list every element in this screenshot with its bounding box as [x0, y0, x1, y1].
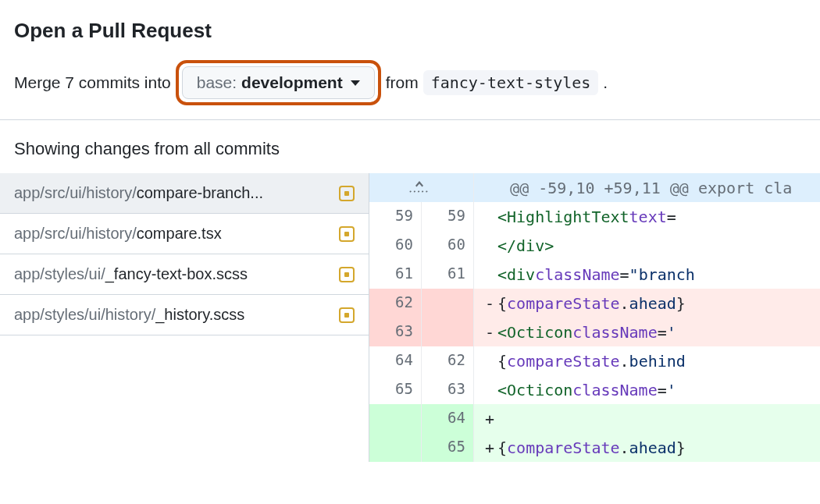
modified-icon [339, 267, 355, 282]
file-row[interactable]: app/styles/ui/history/_history.scss [0, 295, 369, 335]
diff-line: 64+ [369, 404, 820, 433]
file-path: app/src/ui/history/compare-branch... [14, 184, 331, 202]
chevron-down-icon [351, 80, 360, 86]
expand-hunk-button[interactable]: ••••• [369, 173, 474, 202]
diff-line: 6161 <div className="branch [369, 260, 820, 289]
diff-line: 6060 </div> [369, 231, 820, 260]
old-line-number: 61 [369, 260, 422, 289]
modified-icon [339, 307, 355, 323]
new-line-number [422, 289, 474, 318]
old-line-number: 62 [369, 289, 422, 318]
file-path: app/styles/ui/history/_history.scss [14, 306, 331, 324]
hunk-header: ••••• @@ -59,10 +59,11 @@ export cla [369, 173, 820, 202]
diff-line: 65+ {compareState.ahead} [369, 433, 820, 462]
period: . [603, 73, 608, 92]
merge-prefix: Merge 7 commits into [14, 73, 171, 92]
new-line-number: 65 [422, 433, 474, 462]
modified-icon [339, 226, 355, 242]
old-line-number: 59 [369, 202, 422, 231]
page-title: Open a Pull Request [14, 19, 806, 43]
diff-line: 62- {compareState.ahead} [369, 289, 820, 318]
hunk-text: @@ -59,10 +59,11 @@ export cla [474, 173, 820, 202]
new-line-number: 64 [422, 404, 474, 433]
code-content: - {compareState.ahead} [474, 289, 820, 318]
old-line-number [369, 433, 422, 462]
new-line-number: 62 [422, 346, 474, 375]
modified-icon [339, 186, 355, 201]
file-row[interactable]: app/src/ui/history/compare-branch... [0, 173, 369, 214]
source-branch-chip: fancy-text-styles [423, 70, 599, 95]
old-line-number: 60 [369, 231, 422, 260]
new-line-number: 63 [422, 375, 474, 404]
old-line-number: 64 [369, 346, 422, 375]
file-list: app/src/ui/history/compare-branch...app/… [0, 173, 369, 462]
diff-content: app/src/ui/history/compare-branch...app/… [0, 173, 820, 462]
base-label: base: [197, 73, 237, 92]
file-row[interactable]: app/styles/ui/_fancy-text-box.scss [0, 254, 369, 295]
code-content: {compareState.behind [474, 346, 820, 375]
base-branch-name: development [241, 73, 343, 92]
diff-line: 6462 {compareState.behind [369, 346, 820, 375]
diff-viewer: ••••• @@ -59,10 +59,11 @@ export cla5959… [369, 173, 820, 462]
diff-line: 5959 <HighlightText text= [369, 202, 820, 231]
new-line-number: 60 [422, 231, 474, 260]
base-branch-dropdown[interactable]: base: development [182, 66, 375, 99]
old-line-number: 63 [369, 318, 422, 346]
diff-line: 6563 <Octicon className=' [369, 375, 820, 404]
code-content: - <Octicon className=' [474, 318, 820, 346]
code-content: </div> [474, 231, 820, 260]
old-line-number [369, 404, 422, 433]
code-content: <Octicon className=' [474, 375, 820, 404]
new-line-number [422, 318, 474, 346]
diff-line: 63- <Octicon className=' [369, 318, 820, 346]
file-path: app/styles/ui/_fancy-text-box.scss [14, 265, 331, 283]
file-path: app/src/ui/history/compare.tsx [14, 225, 331, 243]
code-content: + [474, 404, 820, 433]
changes-subheader: Showing changes from all commits [0, 120, 820, 173]
new-line-number: 59 [422, 202, 474, 231]
pr-header: Open a Pull Request Merge 7 commits into… [0, 0, 820, 119]
code-content: <div className="branch [474, 260, 820, 289]
file-row[interactable]: app/src/ui/history/compare.tsx [0, 214, 369, 254]
base-branch-highlight: base: development [176, 60, 381, 105]
merge-summary: Merge 7 commits into base: development f… [14, 60, 806, 105]
old-line-number: 65 [369, 375, 422, 404]
code-content: <HighlightText text= [474, 202, 820, 231]
from-label: from [386, 73, 419, 92]
code-content: + {compareState.ahead} [474, 433, 820, 462]
new-line-number: 61 [422, 260, 474, 289]
